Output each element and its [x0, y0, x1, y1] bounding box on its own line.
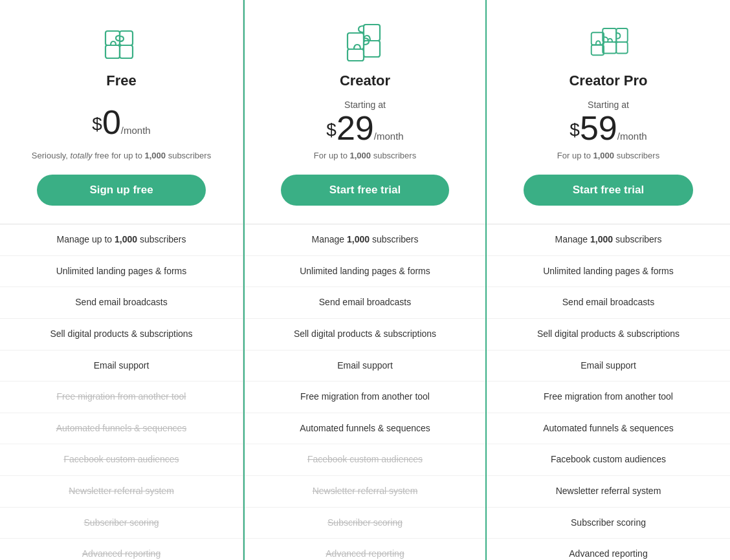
plan-creator-dollar-sign: $: [326, 116, 337, 145]
plan-creator-pro: Creator Pro Starting at $ 59 /month For …: [487, 0, 730, 560]
plan-creator-pro-subtitle: For up to 1,000 subscribers: [502, 150, 714, 162]
feature-creator-2: Send email broadcasts: [245, 287, 485, 319]
plan-creator-pro-price: 59: [580, 111, 617, 145]
plan-free-price: 0: [102, 105, 121, 139]
plan-creator-features: Manage 1,000 subscribers Unlimited landi…: [245, 224, 485, 560]
plan-creator-starting-at: Starting at: [344, 100, 386, 110]
plan-free-cta[interactable]: Sign up free: [37, 175, 206, 206]
plan-free-dollar-sign: $: [92, 110, 102, 139]
feature-pro-10: Advanced reporting: [487, 539, 730, 560]
feature-free-2: Send email broadcasts: [0, 287, 243, 319]
svg-rect-7: [364, 41, 380, 57]
feature-creator-8: Newsletter referral system: [245, 476, 485, 508]
svg-rect-3: [120, 45, 133, 58]
plan-creator-name: Creator: [260, 72, 470, 89]
plan-creator-pro-dollar-sign: $: [570, 116, 580, 145]
svg-rect-1: [105, 45, 120, 58]
feature-free-7: Facebook custom audiences: [0, 444, 243, 476]
feature-pro-1: Unlimited landing pages & forms: [487, 256, 730, 288]
plan-creator-per-month: /month: [374, 131, 404, 142]
feature-free-6: Automated funnels & sequences: [0, 413, 243, 445]
plan-creator-price-area: Starting at $ 29 /month: [260, 100, 470, 145]
plan-free: Free $ 0 /month Seriously, totally free …: [0, 0, 243, 560]
feature-pro-5: Free migration from another tool: [487, 382, 730, 413]
feature-creator-7: Facebook custom audiences: [245, 444, 485, 476]
plan-free-subtitle: Seriously, totally free for up to 1,000 …: [16, 150, 227, 162]
plan-free-features: Manage up to 1,000 subscribers Unlimited…: [0, 224, 243, 560]
feature-free-3: Sell digital products & subscriptions: [0, 319, 243, 350]
feature-pro-9: Subscriber scoring: [487, 508, 730, 539]
svg-rect-2: [120, 31, 133, 45]
feature-creator-6: Automated funnels & sequences: [245, 413, 485, 445]
feature-pro-8: Newsletter referral system: [487, 476, 730, 508]
plan-creator-header: Creator Starting at $ 29 /month For up t…: [245, 0, 485, 224]
feature-creator-3: Sell digital products & subscriptions: [245, 319, 485, 350]
feature-pro-4: Email support: [487, 350, 730, 382]
feature-free-5: Free migration from another tool: [0, 382, 243, 413]
feature-creator-9: Subscriber scoring: [245, 508, 485, 539]
plan-creator-pro-cta[interactable]: Start free trial: [524, 175, 693, 206]
svg-rect-12: [592, 32, 604, 45]
plan-creator-pro-icon: [502, 19, 714, 65]
plan-creator-cta[interactable]: Start free trial: [281, 175, 448, 206]
feature-creator-5: Free migration from another tool: [245, 382, 485, 413]
feature-creator-10: Advanced reporting: [245, 539, 485, 560]
plan-creator-icon: [260, 19, 470, 65]
svg-rect-9: [603, 42, 616, 54]
svg-rect-5: [348, 49, 364, 61]
plan-creator-price: 29: [337, 111, 374, 145]
feature-creator-4: Email support: [245, 350, 485, 382]
pricing-grid: Free $ 0 /month Seriously, totally free …: [0, 0, 730, 560]
feature-free-0: Manage up to 1,000 subscribers: [0, 224, 243, 256]
plan-free-header: Free $ 0 /month Seriously, totally free …: [0, 0, 243, 224]
feature-free-9: Subscriber scoring: [0, 508, 243, 539]
plan-creator: Creator Starting at $ 29 /month For up t…: [243, 0, 487, 560]
plan-creator-pro-price-area: Starting at $ 59 /month: [502, 100, 714, 145]
feature-pro-3: Sell digital products & subscriptions: [487, 319, 730, 350]
svg-rect-10: [616, 28, 628, 42]
plan-free-icon: [16, 19, 227, 65]
svg-rect-0: [105, 31, 120, 45]
plan-free-name: Free: [16, 72, 227, 89]
plan-creator-subtitle: For up to 1,000 subscribers: [260, 150, 470, 162]
plan-creator-pro-per-month: /month: [617, 131, 647, 142]
feature-pro-6: Automated funnels & sequences: [487, 413, 730, 445]
feature-free-10: Advanced reporting: [0, 539, 243, 560]
svg-rect-13: [592, 45, 604, 55]
plan-free-per-month: /month: [121, 125, 151, 136]
feature-pro-0: Manage 1,000 subscribers: [487, 224, 730, 256]
svg-rect-11: [616, 42, 628, 54]
plan-free-price-area: $ 0 /month: [16, 100, 227, 145]
plan-creator-pro-features: Manage 1,000 subscribers Unlimited landi…: [487, 224, 730, 560]
plan-creator-pro-name: Creator Pro: [502, 72, 714, 89]
feature-pro-7: Facebook custom audiences: [487, 444, 730, 476]
feature-creator-1: Unlimited landing pages & forms: [245, 256, 485, 288]
feature-creator-0: Manage 1,000 subscribers: [245, 224, 485, 256]
svg-rect-4: [348, 33, 364, 49]
feature-pro-2: Send email broadcasts: [487, 287, 730, 319]
feature-free-8: Newsletter referral system: [0, 476, 243, 508]
svg-rect-8: [603, 28, 616, 42]
plan-creator-pro-starting-at: Starting at: [588, 100, 629, 110]
plan-creator-pro-header: Creator Pro Starting at $ 59 /month For …: [487, 0, 730, 224]
feature-free-4: Email support: [0, 350, 243, 382]
feature-free-1: Unlimited landing pages & forms: [0, 256, 243, 288]
